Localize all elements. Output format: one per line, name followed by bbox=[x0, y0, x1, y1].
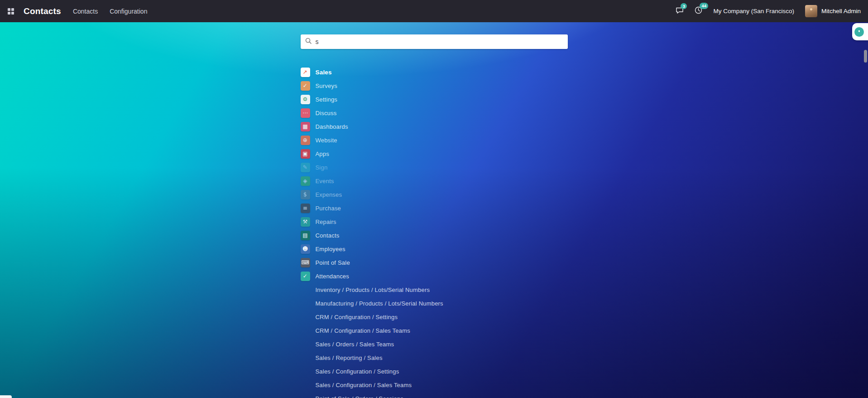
app-result-label: Website bbox=[316, 137, 337, 144]
purchase-app-icon: ≡ bbox=[301, 204, 310, 213]
sales-app-icon: ↗ bbox=[301, 68, 310, 77]
menu-path-result[interactable]: Sales / Configuration / Settings bbox=[301, 364, 568, 378]
menu-path-result[interactable]: Point of Sale / Orders / Sessions bbox=[301, 392, 568, 398]
app-result-label: Point of Sale bbox=[316, 259, 350, 266]
app-result-sign[interactable]: ✎Sign bbox=[301, 160, 568, 174]
activities-badge: 44 bbox=[700, 3, 708, 9]
home-menu-screen: Contacts Contacts Configuration 3 44 My … bbox=[0, 0, 868, 398]
app-result-events[interactable]: ◈Events bbox=[301, 174, 568, 188]
app-result-employees[interactable]: ☻Employees bbox=[301, 242, 568, 256]
app-result-apps[interactable]: ▣Apps bbox=[301, 147, 568, 160]
events-app-icon: ◈ bbox=[301, 176, 310, 186]
status-bar-stub bbox=[0, 395, 12, 398]
app-result-website[interactable]: ⊕Website bbox=[301, 133, 568, 147]
menu-path-label: CRM / Configuration / Sales Teams bbox=[316, 327, 410, 334]
scrollbar-thumb[interactable] bbox=[864, 50, 867, 63]
top-menu-configuration[interactable]: Configuration bbox=[110, 8, 147, 15]
menu-path-result[interactable]: CRM / Configuration / Settings bbox=[301, 310, 568, 324]
menu-path-label: Sales / Orders / Sales Teams bbox=[316, 341, 394, 348]
company-switcher[interactable]: My Company (San Francisco) bbox=[713, 8, 794, 15]
menu-path-result[interactable]: Manufacturing / Products / Lots/Serial N… bbox=[301, 296, 568, 310]
home-menu: ↗Sales✓Surveys⚙Settings⋯Discuss▦Dashboar… bbox=[0, 22, 868, 398]
app-result-label: Sales bbox=[316, 69, 332, 76]
topbar-right: 3 44 My Company (San Francisco) Mitchell… bbox=[676, 5, 861, 17]
app-result-expenses[interactable]: $Expenses bbox=[301, 188, 568, 201]
menu-path-result[interactable]: CRM / Configuration / Sales Teams bbox=[301, 324, 568, 337]
app-title[interactable]: Contacts bbox=[24, 6, 61, 16]
topbar: Contacts Contacts Configuration 3 44 My … bbox=[0, 0, 868, 22]
app-result-point-of-sale[interactable]: ⌨Point of Sale bbox=[301, 256, 568, 269]
expenses-app-icon: $ bbox=[301, 190, 310, 199]
settings-app-icon: ⚙ bbox=[301, 95, 310, 104]
menu-path-result[interactable]: Sales / Orders / Sales Teams bbox=[301, 337, 568, 351]
app-search-box bbox=[301, 34, 568, 49]
livechat-icon bbox=[854, 27, 864, 37]
user-name: Mitchell Admin bbox=[821, 8, 861, 15]
app-result-label: Repairs bbox=[316, 218, 336, 225]
livechat-button[interactable] bbox=[852, 23, 868, 40]
home-menu-column: ↗Sales✓Surveys⚙Settings⋯Discuss▦Dashboar… bbox=[301, 22, 568, 398]
app-result-label: Purchase bbox=[316, 205, 341, 212]
menu-path-label: Inventory / Products / Lots/Serial Numbe… bbox=[316, 286, 430, 293]
top-menu-contacts[interactable]: Contacts bbox=[73, 8, 98, 15]
search-input[interactable] bbox=[316, 34, 563, 49]
messages-button[interactable]: 3 bbox=[676, 7, 684, 16]
app-result-contacts[interactable]: ▤Contacts bbox=[301, 228, 568, 242]
app-result-purchase[interactable]: ≡Purchase bbox=[301, 201, 568, 215]
app-result-attendances[interactable]: ✓Attendances bbox=[301, 269, 568, 283]
dashboards-app-icon: ▦ bbox=[301, 122, 310, 131]
menu-path-result[interactable]: Sales / Reporting / Sales bbox=[301, 351, 568, 364]
attendances-app-icon: ✓ bbox=[301, 272, 310, 281]
menu-path-result[interactable]: Sales / Configuration / Sales Teams bbox=[301, 378, 568, 392]
app-result-label: Sign bbox=[316, 164, 328, 171]
user-menu[interactable]: Mitchell Admin bbox=[805, 5, 861, 17]
app-result-repairs[interactable]: ⚒Repairs bbox=[301, 215, 568, 228]
avatar bbox=[805, 5, 817, 17]
app-result-label: Attendances bbox=[316, 273, 349, 280]
repairs-app-icon: ⚒ bbox=[301, 217, 310, 227]
app-result-label: Events bbox=[316, 178, 334, 184]
activities-button[interactable]: 44 bbox=[695, 6, 702, 16]
app-result-label: Settings bbox=[316, 96, 338, 103]
app-result-sales[interactable]: ↗Sales bbox=[301, 65, 568, 79]
app-result-label: Contacts bbox=[316, 232, 340, 239]
contacts-app-icon: ▤ bbox=[301, 231, 310, 240]
messages-badge: 3 bbox=[681, 3, 687, 10]
app-result-surveys[interactable]: ✓Surveys bbox=[301, 79, 568, 92]
menu-path-label: Sales / Configuration / Sales Teams bbox=[316, 382, 412, 388]
surveys-app-icon: ✓ bbox=[301, 81, 310, 91]
app-result-label: Dashboards bbox=[316, 123, 348, 130]
menu-path-label: Sales / Reporting / Sales bbox=[316, 354, 383, 361]
menu-path-label: Sales / Configuration / Settings bbox=[316, 368, 399, 375]
app-result-label: Apps bbox=[316, 150, 329, 157]
apps-app-icon: ▣ bbox=[301, 149, 310, 159]
point-of-sale-app-icon: ⌨ bbox=[301, 258, 310, 267]
search-icon bbox=[305, 38, 312, 46]
discuss-app-icon: ⋯ bbox=[301, 108, 310, 118]
menu-path-result[interactable]: Inventory / Products / Lots/Serial Numbe… bbox=[301, 283, 568, 296]
app-result-dashboards[interactable]: ▦Dashboards bbox=[301, 120, 568, 133]
apps-grid-icon[interactable] bbox=[7, 8, 14, 15]
app-result-label: Surveys bbox=[316, 83, 337, 89]
website-app-icon: ⊕ bbox=[301, 136, 310, 145]
app-result-settings[interactable]: ⚙Settings bbox=[301, 92, 568, 106]
app-result-label: Discuss bbox=[316, 110, 337, 116]
menu-path-label: CRM / Configuration / Settings bbox=[316, 314, 398, 320]
app-result-label: Expenses bbox=[316, 191, 342, 198]
sign-app-icon: ✎ bbox=[301, 163, 310, 172]
app-result-discuss[interactable]: ⋯Discuss bbox=[301, 106, 568, 120]
menu-path-label: Point of Sale / Orders / Sessions bbox=[316, 395, 403, 398]
menu-path-label: Manufacturing / Products / Lots/Serial N… bbox=[316, 300, 443, 307]
employees-app-icon: ☻ bbox=[301, 244, 310, 254]
app-result-label: Employees bbox=[316, 246, 345, 252]
search-results: ↗Sales✓Surveys⚙Settings⋯Discuss▦Dashboar… bbox=[301, 65, 568, 398]
